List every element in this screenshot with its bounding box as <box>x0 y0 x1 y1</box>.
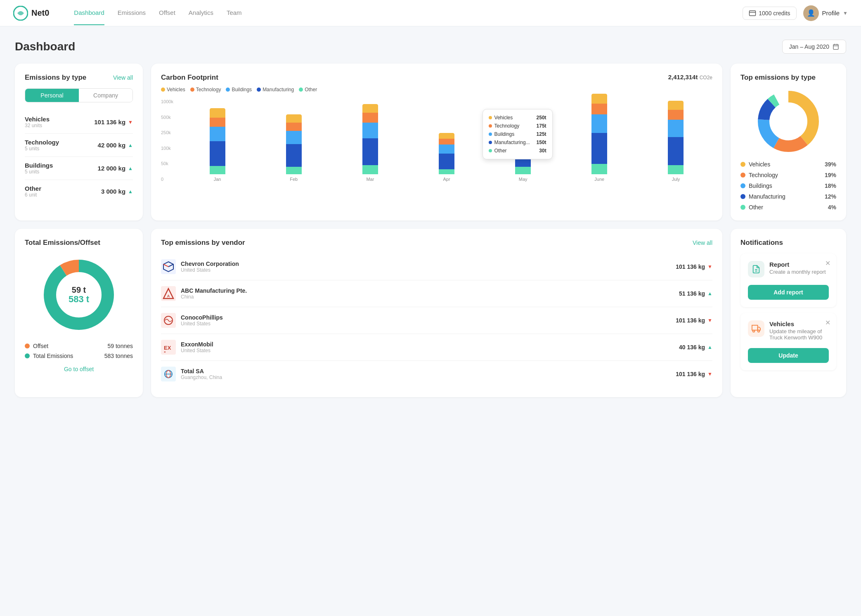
add-report-button[interactable]: Add report <box>748 285 829 300</box>
svg-point-12 <box>770 103 807 140</box>
vendor-country: China <box>181 294 674 300</box>
total-logo-icon <box>162 367 175 381</box>
emissions-by-type-card: Emissions by type View all Personal Comp… <box>15 64 143 220</box>
trend-icon: ▲ <box>707 344 712 350</box>
donut-chart <box>755 88 821 154</box>
notification-close-button[interactable]: ✕ <box>825 319 830 327</box>
notification-vehicles: ✕ Vehicles Update the mileage of Truck K… <box>740 313 836 370</box>
toggle-personal[interactable]: Personal <box>25 89 79 102</box>
notification-close-button[interactable]: ✕ <box>825 259 830 267</box>
profile-button[interactable]: 👤 Profile ▼ <box>803 5 848 21</box>
exxon-logo-icon: EX × <box>162 341 175 354</box>
emission-row-technology: Technology 5 units 42 000 kg ▲ <box>25 134 133 157</box>
cf-title: Carbon Footprint <box>161 73 218 82</box>
bar-mar: Mar <box>334 104 407 182</box>
logo: Net0 <box>13 6 49 21</box>
chevron-down-icon: ▼ <box>843 10 848 16</box>
vendor-row: ConocoPhillips United States 101 136 kg … <box>161 307 712 334</box>
vendor-row: A ABC Manufacturing Pte. China 51 136 kg… <box>161 280 712 307</box>
vendors-card: Top emissions by vendor View all <box>151 229 722 397</box>
legend-manufacturing: Manufacturing <box>257 87 294 92</box>
vendor-info: Total SA Guangzhou, China <box>181 368 671 380</box>
svg-point-39 <box>758 330 760 332</box>
nav-team[interactable]: Team <box>227 1 242 25</box>
vendors-view-all[interactable]: View all <box>693 239 712 246</box>
notif-header-row: Report Create a monthly report <box>748 261 829 277</box>
offset-donut-chart: 59 t 583 t <box>38 254 120 336</box>
donut-row-buildings: Buildings 18% <box>740 182 836 189</box>
legend-vehicles: Vehicles <box>161 87 185 92</box>
date-range-label: Jan – Aug 2020 <box>789 43 829 50</box>
notif-desc: Update the mileage of Truck Kenworth W90… <box>769 328 829 341</box>
notifications-header: Notifications <box>740 239 836 247</box>
svg-text:A: A <box>167 294 170 298</box>
abc-logo-icon: A <box>162 287 175 300</box>
nav-links: Dashboard Emissions Offset Analytics Tea… <box>74 1 726 25</box>
cf-co2: CO2e <box>700 75 712 81</box>
chart-area: 1000k 500k 250k 100k 50k 0 <box>161 99 712 198</box>
emission-row-buildings: Buildings 5 units 12 000 kg ▲ <box>25 157 133 180</box>
bottom-grid: Total Emissions/Offset 59 t 583 t Offset <box>15 229 846 397</box>
emission-sub: 5 units <box>25 169 53 175</box>
svg-rect-1 <box>750 11 756 16</box>
bar-jan: Jan <box>181 108 254 182</box>
donut-row-other: Other 4% <box>740 204 836 211</box>
vendor-country: United States <box>181 267 671 273</box>
emissions-view-all[interactable]: View all <box>113 74 133 81</box>
vendor-name: ABC Manufacturing Pte. <box>181 287 674 294</box>
vendor-value: 101 136 kg ▼ <box>676 317 712 324</box>
update-button[interactable]: Update <box>748 348 829 363</box>
vendor-country: United States <box>181 321 671 327</box>
nav-analytics[interactable]: Analytics <box>189 1 213 25</box>
notif-title: Vehicles <box>769 320 829 327</box>
report-icon <box>748 261 764 277</box>
emission-value: 12 000 kg ▲ <box>98 165 133 172</box>
toggle-group: Personal Company <box>25 88 133 102</box>
toggle-company[interactable]: Company <box>79 89 132 102</box>
bar-apr: Apr <box>410 133 483 182</box>
notif-title: Report <box>769 261 826 268</box>
bar-june: June <box>563 94 636 182</box>
vendor-logo <box>161 259 176 274</box>
main-content: Dashboard Jan – Aug 2020 Emissions by ty… <box>0 26 861 410</box>
trend-icon: ▼ <box>707 317 712 323</box>
vendor-info: ABC Manufacturing Pte. China <box>181 287 674 300</box>
offset-donut-container: 59 t 583 t <box>25 254 133 336</box>
tooltip-row: Technology 175t <box>489 122 546 130</box>
legend-buildings: Buildings <box>226 87 252 92</box>
emission-label: Vehicles <box>25 116 50 123</box>
svg-marker-37 <box>758 327 760 330</box>
vendor-name: ExxonMobil <box>181 341 674 348</box>
emission-sub: 6 unit <box>25 192 41 198</box>
nav-emissions[interactable]: Emissions <box>118 1 146 25</box>
cf-total-container: 2,412,314t CO2e <box>668 73 712 81</box>
emission-row-vehicles: Vehicles 32 units 101 136 kg ▼ <box>25 111 133 134</box>
document-icon <box>752 265 761 274</box>
trend-icon: ▲ <box>707 291 712 296</box>
svg-point-38 <box>753 330 755 332</box>
emissions-card-header: Emissions by type View all <box>25 73 133 82</box>
trend-icon: ▼ <box>707 264 712 270</box>
date-range-picker[interactable]: Jan – Aug 2020 <box>782 40 846 54</box>
trend-icon: ▼ <box>128 119 133 125</box>
offset-legend: Offset 59 tonnes Total Emissions 583 ton… <box>25 343 133 359</box>
top-emissions-card: Top emissions by type <box>731 64 846 220</box>
trend-icon: ▲ <box>128 166 133 171</box>
page-title: Dashboard <box>15 40 75 53</box>
donut-row-vehicles: Vehicles 39% <box>740 161 836 168</box>
nav-dashboard[interactable]: Dashboard <box>74 1 104 25</box>
donut-chart-container <box>740 88 836 154</box>
nav-offset[interactable]: Offset <box>159 1 175 25</box>
cf-total: 2,412,314t <box>668 73 700 81</box>
svg-text:×: × <box>164 350 166 354</box>
profile-name: Profile <box>822 9 840 17</box>
navbar: Net0 Dashboard Emissions Offset Analytic… <box>0 0 861 26</box>
goto-offset-button[interactable]: Go to offset <box>25 366 133 372</box>
truck-icon <box>752 324 761 333</box>
vehicle-icon <box>748 320 764 337</box>
credits-button[interactable]: 1000 credits <box>743 7 796 20</box>
donut-row-technology: Technology 19% <box>740 172 836 178</box>
emission-value: 3 000 kg ▲ <box>101 188 133 195</box>
vendors-title: Top emissions by vendor <box>161 239 245 247</box>
vendor-value: 101 136 kg ▼ <box>676 371 712 377</box>
